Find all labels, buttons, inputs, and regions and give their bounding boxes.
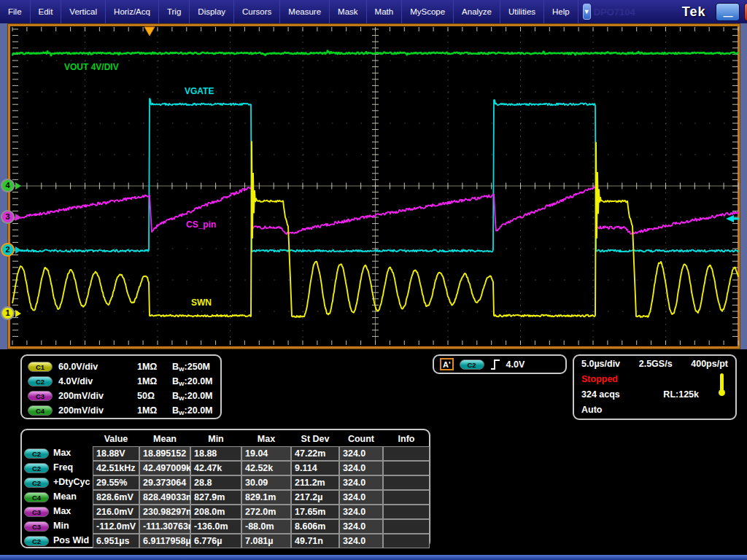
menu-item-myscope[interactable]: MyScope: [402, 0, 454, 23]
meas-channel-pill[interactable]: C4: [24, 492, 49, 502]
vout-trace-label: VOUT 4V/DIV: [64, 62, 119, 72]
meas-cell: 42.52k: [241, 461, 291, 475]
meas-cell: 211.2m: [291, 475, 339, 490]
swn-trace-label: SWN: [191, 298, 212, 308]
meas-cell: -88.0m: [241, 519, 291, 534]
menu-bar: FileEditVerticalHoriz/AcqTrigDisplayCurs…: [0, 0, 747, 23]
channel-marker-arrow-2: [15, 246, 21, 254]
menu-item-horiz-acq[interactable]: Horiz/Acq: [106, 0, 159, 23]
meas-cell: 324.0: [339, 475, 383, 490]
channel-marker-3[interactable]: 3: [1, 210, 15, 224]
cs-pin-trace-label: CS_pin: [186, 219, 216, 230]
meas-cell: 827.9m: [190, 490, 241, 505]
acquisition-count: 324 acqs: [581, 389, 620, 405]
channel-settings-panel[interactable]: C160.0V/div1MΩBW:250MC24.0V/div1MΩBW:20.…: [20, 354, 222, 419]
meas-cell: [383, 446, 430, 461]
menu-item-math[interactable]: Math: [367, 0, 403, 23]
tek-logo: Tek: [682, 4, 706, 20]
meas-cell: 19.04: [241, 446, 291, 461]
acquisition-status: Stopped: [581, 374, 618, 389]
menu-item-measure[interactable]: Measure: [280, 0, 330, 23]
vgate-trace-label: VGATE: [185, 86, 214, 96]
channel-row-c4[interactable]: C4200mV/div1MΩBW:20.0M: [28, 403, 213, 418]
meas-cell: 6.9117958µ: [139, 534, 190, 548]
meas-cell: 230.98297m: [139, 505, 190, 519]
channel-row-c3[interactable]: C3200mV/div50ΩBW:20.0M: [28, 389, 213, 403]
channel-row-c2[interactable]: C24.0V/div1MΩBW:20.0M: [28, 374, 213, 389]
trigger-source-pill[interactable]: C2: [460, 359, 484, 370]
menu-item-file[interactable]: File: [0, 0, 31, 23]
temperature-icon: [719, 373, 725, 397]
channel-pill-c4[interactable]: C4: [28, 405, 53, 416]
resolution-value: 400ps/pt: [691, 359, 728, 374]
meas-col-header: Min: [190, 432, 241, 446]
meas-name: Pos Wid: [52, 534, 93, 548]
measurement-row: C2Pos Wid6.951µs6.9117958µ6.776µ7.081µ49…: [24, 534, 427, 548]
sample-rate-value: 2.5GS/s: [639, 359, 673, 374]
meas-cell: 6.776µ: [190, 534, 241, 548]
meas-cell: [383, 505, 430, 519]
channel-pill-c1[interactable]: C1: [28, 362, 53, 372]
meas-name: Min: [52, 519, 93, 534]
menu-item-utilities[interactable]: Utilities: [500, 0, 544, 23]
channel-pill-c2[interactable]: C2: [28, 376, 53, 386]
menu-overflow-button[interactable]: ▼: [583, 4, 591, 20]
meas-channel-pill[interactable]: C2: [24, 536, 49, 546]
menu-item-cursors[interactable]: Cursors: [234, 0, 280, 23]
measurement-row: C2Max18.88V18.89515218.8819.0447.22m324.…: [24, 446, 427, 461]
channel-marker-arrow-3: [15, 214, 21, 221]
meas-name: Freq: [52, 461, 93, 475]
meas-cell: 30.09: [241, 475, 291, 490]
meas-col-header: Value: [93, 432, 139, 446]
measurement-row: C4Mean828.6mV828.49033m827.9m829.1m217.2…: [24, 490, 427, 505]
meas-name: Mean: [52, 490, 93, 505]
horizontal-readout-panel[interactable]: 5.0µs/div 2.5GS/s 400ps/pt Stopped 324 a…: [573, 354, 737, 420]
menu-item-edit[interactable]: Edit: [31, 0, 62, 23]
rising-edge-icon: [490, 359, 500, 370]
meas-name: +DtyCyc: [52, 475, 93, 490]
meas-cell: 9.114: [291, 461, 339, 475]
meas-channel-pill[interactable]: C2: [24, 463, 49, 473]
trigger-mode: Auto: [581, 405, 602, 420]
meas-cell: 828.49033m: [139, 490, 190, 505]
close-button[interactable]: X: [744, 3, 747, 21]
meas-channel-pill[interactable]: C2: [24, 448, 49, 459]
meas-channel-pill[interactable]: C3: [24, 507, 49, 517]
channel-impedance: 50Ω: [137, 391, 172, 401]
meas-cell: 6.951µs: [93, 534, 139, 548]
meas-channel-pill[interactable]: C2: [24, 478, 49, 488]
meas-cell: 208.0m: [190, 505, 241, 519]
trigger-readout-panel[interactable]: A' C2 4.0V: [433, 354, 567, 374]
meas-cell: -136.0m: [190, 519, 241, 534]
channel-marker-2[interactable]: 2: [1, 243, 15, 257]
menu-item-vertical[interactable]: Vertical: [61, 0, 106, 23]
measurement-row: C2+DtyCyc29.55%29.37306428.830.09211.2m3…: [24, 475, 427, 490]
measurement-table: ValueMeanMinMaxSt DevCountInfo C2Max18.8…: [20, 429, 430, 548]
menu-item-analyze[interactable]: Analyze: [454, 0, 500, 23]
menu-item-display[interactable]: Display: [190, 0, 234, 23]
timebase-value: 5.0µs/div: [581, 359, 620, 374]
meas-cell: [383, 490, 430, 505]
channel-row-c1[interactable]: C160.0V/div1MΩBW:250M: [28, 359, 213, 374]
meas-channel-pill[interactable]: C3: [24, 521, 49, 532]
meas-cell: 49.71n: [291, 534, 339, 548]
menu-item-help[interactable]: Help: [544, 0, 578, 23]
menu-item-mask[interactable]: Mask: [330, 0, 366, 23]
meas-cell: 7.081µ: [241, 534, 291, 548]
minimize-button[interactable]: —: [716, 3, 740, 21]
meas-col-header: Mean: [139, 432, 190, 446]
meas-cell: 28.8: [190, 475, 241, 490]
meas-cell: 829.1m: [241, 490, 291, 505]
meas-col-header: Max: [241, 432, 291, 446]
meas-col-header: Count: [339, 432, 383, 446]
meas-cell: 324.0: [339, 490, 383, 505]
channel-scale: 60.0V/div: [58, 362, 137, 372]
channel-marker-4[interactable]: 4: [1, 179, 15, 192]
meas-cell: 324.0: [339, 519, 383, 534]
trigger-level-value: 4.0V: [506, 359, 525, 370]
menu-item-trig[interactable]: Trig: [159, 0, 190, 23]
channel-marker-1[interactable]: 1: [1, 306, 15, 320]
trigger-position-marker[interactable]: [144, 27, 155, 36]
trigger-level-marker[interactable]: [726, 215, 734, 222]
channel-pill-c3[interactable]: C3: [28, 391, 53, 401]
